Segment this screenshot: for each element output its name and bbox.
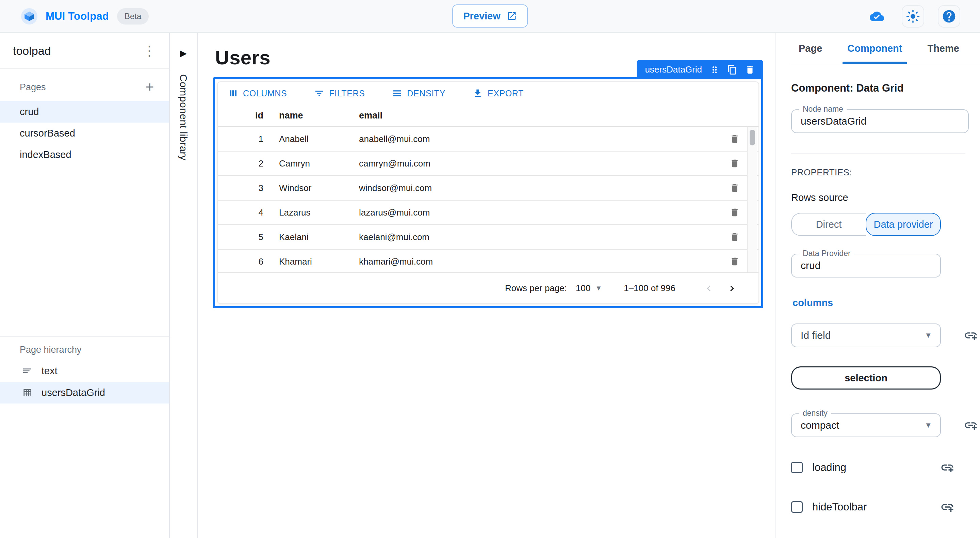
datagrid-header-row: id name email (218, 105, 759, 127)
cell-email: anabell@mui.com (359, 134, 711, 144)
export-button[interactable]: EXPORT (469, 85, 528, 102)
loading-checkbox[interactable] (791, 462, 803, 473)
grid-scrollbar-thumb[interactable] (749, 130, 755, 145)
columns-button[interactable]: COLUMNS (224, 85, 291, 102)
cell-id: 2 (218, 158, 279, 169)
table-row[interactable]: 3 Windsor windsor@mui.com (218, 176, 759, 201)
density-select[interactable]: density compact ▼ (791, 413, 941, 437)
columns-editor-link[interactable]: columns (791, 297, 833, 308)
add-link-icon (940, 460, 955, 475)
datagrid-toolbar: COLUMNS FILTERS DENSITY (218, 82, 759, 105)
column-header-email[interactable]: email (359, 110, 711, 121)
sidebar-item-indexbased[interactable]: indexBased (0, 144, 169, 166)
density-button[interactable]: DENSITY (388, 85, 450, 102)
node-name-field[interactable]: Node name (791, 109, 969, 133)
tab-theme[interactable]: Theme (927, 33, 959, 64)
preview-button[interactable]: Preview (452, 5, 528, 27)
columns-icon (228, 88, 238, 98)
help-button[interactable] (938, 5, 960, 27)
theme-mode-button[interactable] (902, 5, 924, 27)
caret-down-icon: ▼ (595, 284, 602, 292)
density-value: compact (792, 420, 839, 431)
add-link-icon (964, 328, 978, 343)
trash-icon (730, 158, 740, 169)
selection-button[interactable]: selection (791, 366, 941, 390)
page-size-select[interactable]: 100 ▼ (576, 283, 602, 294)
selection-outline[interactable]: usersDataGrid CO (213, 77, 763, 308)
density-button-label: DENSITY (407, 89, 445, 98)
mui-cube-icon (24, 11, 34, 21)
light-mode-icon (906, 10, 920, 23)
previous-page-button[interactable] (697, 277, 721, 300)
project-menu-button[interactable]: ⋮ (140, 41, 159, 60)
hierarchy-item-usersdatagrid[interactable]: usersDataGrid (0, 382, 169, 404)
cell-name: Kaelani (279, 232, 359, 243)
text-icon (22, 366, 33, 376)
tab-component[interactable]: Component (847, 33, 902, 64)
delete-component-icon[interactable] (745, 65, 755, 75)
users-data-grid: COLUMNS FILTERS DENSITY (217, 81, 759, 304)
page-hierarchy-label: Page hierarchy (0, 342, 169, 360)
cell-name: Khamari (279, 256, 359, 267)
page-size-value: 100 (576, 283, 590, 294)
data-provider-field[interactable]: Data Provider (791, 254, 941, 278)
hierarchy-item-text[interactable]: text (0, 360, 169, 382)
hide-toolbar-checkbox[interactable] (791, 501, 803, 513)
cell-email: khamari@mui.com (359, 256, 711, 267)
rows-source-data-provider-button[interactable]: Data provider (865, 213, 941, 236)
hide-toolbar-label: hideToolbar (812, 501, 867, 513)
filters-button[interactable]: FILTERS (310, 85, 369, 102)
add-link-icon (964, 418, 978, 433)
selection-chip[interactable]: usersDataGrid (637, 60, 763, 79)
chevron-left-icon (703, 283, 714, 294)
tab-page[interactable]: Page (799, 33, 822, 64)
help-icon (942, 9, 956, 24)
add-page-button[interactable]: + (140, 78, 159, 96)
sync-status-button[interactable] (865, 5, 888, 27)
filters-button-label: FILTERS (329, 89, 365, 98)
duplicate-icon[interactable] (727, 65, 737, 75)
cell-name: Anabell (279, 134, 359, 144)
cell-id: 1 (218, 134, 279, 144)
component-library-label[interactable]: Component library (178, 74, 189, 161)
column-header-id[interactable]: id (218, 110, 279, 121)
bind-loading-button[interactable] (938, 458, 956, 477)
table-row[interactable]: 1 Anabell anabell@mui.com (218, 127, 759, 152)
cell-email: camryn@mui.com (359, 158, 711, 169)
add-link-icon (940, 500, 955, 514)
pagination-range: 1–100 of 996 (624, 283, 675, 294)
hide-toolbar-row: hideToolbar (791, 498, 956, 516)
app-bar: MUI Toolpad Beta Preview (0, 0, 980, 33)
hierarchy-item-label: usersDataGrid (41, 387, 105, 398)
loading-label: loading (812, 461, 846, 474)
density-icon (392, 88, 402, 98)
table-row[interactable]: 2 Camryn camryn@mui.com (218, 152, 759, 176)
inspector-tabs: Page Component Theme (791, 33, 980, 64)
table-row[interactable]: 5 Kaelani kaelani@mui.com (218, 225, 759, 250)
trash-icon (730, 183, 740, 193)
bind-id-field-button[interactable] (962, 326, 980, 345)
bind-hide-toolbar-button[interactable] (938, 498, 956, 516)
cell-id: 4 (218, 208, 279, 218)
column-header-name[interactable]: name (279, 110, 359, 121)
bind-density-button[interactable] (962, 416, 980, 434)
id-field-select[interactable]: Id field ▼ (791, 324, 941, 347)
next-page-button[interactable] (721, 277, 743, 300)
expand-library-icon[interactable]: ▶ (180, 48, 187, 59)
table-row[interactable]: 4 Lazarus lazarus@mui.com (218, 201, 759, 225)
rows-source-direct-button[interactable]: Direct (791, 213, 865, 236)
sidebar-item-cursorbased[interactable]: cursorBased (0, 123, 169, 144)
datagrid-pagination: Rows per page: 100 ▼ 1–100 of 996 (218, 272, 759, 303)
cloud-done-icon (868, 9, 886, 24)
export-button-label: EXPORT (488, 89, 524, 98)
cell-id: 3 (218, 183, 279, 193)
sidebar-item-crud[interactable]: crud (0, 101, 169, 123)
chevron-right-icon (726, 283, 738, 294)
inspector-title: Component: Data Grid (791, 82, 980, 94)
rows-source-label: Rows source (791, 192, 980, 203)
grid-scrollbar[interactable] (747, 127, 757, 272)
preview-button-label: Preview (463, 11, 501, 22)
table-row[interactable]: 6 Khamari khamari@mui.com (218, 250, 759, 272)
drag-handle-icon[interactable] (710, 65, 720, 75)
caret-down-icon: ▼ (924, 421, 940, 430)
